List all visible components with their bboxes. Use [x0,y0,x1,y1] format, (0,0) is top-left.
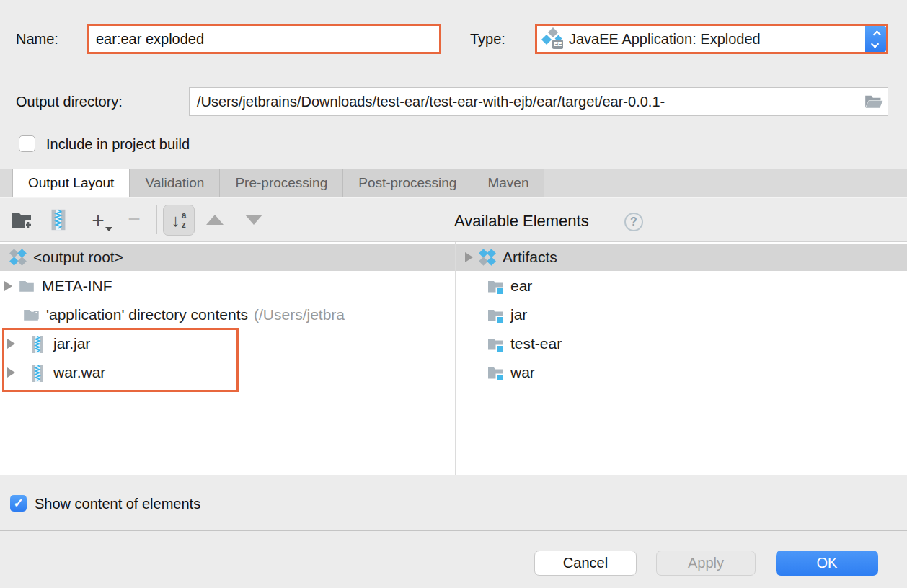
folder-contents-icon [22,306,40,324]
open-folder-icon[interactable] [864,92,883,111]
artifact-icon [9,249,27,266]
name-input[interactable]: ear:ear exploded [87,24,441,54]
show-content-label: Show content of elements [35,496,200,512]
tree-row-application-contents[interactable]: 'application' directory contents (/Users… [0,301,455,329]
archive-icon [30,364,47,381]
tree-row-label: jar [510,306,527,324]
tree-row-test-ear[interactable]: test-ear [456,330,907,357]
type-selected-value: JavaEE Application: Exploded [569,31,859,48]
move-up-icon[interactable] [206,215,224,225]
add-icon[interactable]: + [85,208,111,233]
module-folder-icon [487,364,504,381]
tree-row-label: ear [510,277,532,295]
tab-validation[interactable]: Validation [130,169,220,197]
tab-bar: Output Layout Validation Pre-processing … [0,169,907,197]
layout-trees-panel: <output root> META-INF 'application' dir… [0,242,907,475]
cancel-button[interactable]: Cancel [534,551,637,576]
add-directory-icon[interactable] [10,210,35,231]
tree-row-output-root[interactable]: <output root> [0,244,455,271]
type-label: Type: [470,31,505,48]
name-label: Name: [16,31,58,48]
tab-maven[interactable]: Maven [472,169,544,197]
chevron-up-icon [872,30,880,38]
output-directory-input[interactable]: /Users/jetbrains/Downloads/test-ear/test… [189,87,888,116]
panel-divider[interactable] [455,242,456,475]
module-folder-icon [487,306,504,324]
include-in-build-checkbox[interactable] [19,135,35,152]
include-in-build-label: Include in project build [46,136,190,153]
javaee-artifact-icon: EE [543,29,563,49]
archive-icon [30,335,47,352]
tab-filler [544,169,907,197]
tree-row-label: war.war [53,364,105,381]
output-directory-value: /Users/jetbrains/Downloads/test-ear/test… [190,94,864,110]
check-icon: ✓ [13,496,23,511]
sort-alphabetically-icon[interactable]: ↓ a z [163,205,195,236]
move-down-icon[interactable] [245,215,262,225]
module-folder-icon [487,335,504,352]
tree-row-label: Artifacts [503,249,557,266]
tree-row-ear[interactable]: ear [456,272,907,300]
chevron-down-icon [870,40,878,48]
tree-row-jar[interactable]: jar [456,301,907,329]
apply-button[interactable]: Apply [656,551,756,576]
folder-icon [18,277,35,295]
tree-row-label: war [510,364,535,381]
help-icon[interactable]: ? [624,213,643,231]
module-folder-icon [487,277,504,295]
show-content-checkbox[interactable]: ✓ [10,495,27,512]
tree-row-meta-inf[interactable]: META-INF [0,272,455,300]
tree-row-label: jar.jar [53,335,90,352]
remove-icon[interactable]: − [123,207,146,231]
expand-chevron-icon[interactable] [7,368,15,378]
footer-separator [0,530,907,531]
expand-chevron-icon[interactable] [465,252,473,262]
expand-chevron-icon[interactable] [7,339,15,349]
tab-post-processing[interactable]: Post-processing [343,169,472,197]
add-archive-icon[interactable] [49,208,68,231]
ok-button[interactable]: OK [776,551,878,576]
layout-toolbar: + − ↓ a z [0,198,907,242]
toolbar-separator [156,205,157,234]
tree-row-war[interactable]: war [456,359,907,386]
tree-row-war-war[interactable]: war.war [0,359,455,386]
tree-row-label: test-ear [510,335,562,352]
tab-output-layout[interactable]: Output Layout [12,169,130,197]
tree-row-artifacts[interactable]: Artifacts [456,244,907,271]
output-directory-label: Output directory: [16,94,123,110]
caret-down-icon [105,227,112,231]
type-spinner-button[interactable] [865,26,886,52]
type-dropdown[interactable]: EE JavaEE Application: Exploded [535,24,888,54]
artifacts-icon [479,249,496,266]
tree-row-label: META-INF [42,277,112,295]
tree-row-label: 'application' directory contents [46,306,248,324]
footer-bar: ✓ Show content of elements ... [0,475,907,530]
available-elements-title: Available Elements [454,212,589,231]
tree-row-path-note: (/Users/jetbra [254,306,345,324]
tab-pre-processing[interactable]: Pre-processing [220,169,343,197]
tree-row-label: <output root> [33,249,123,266]
tree-row-jar-jar[interactable]: jar.jar [0,330,455,357]
expand-chevron-icon[interactable] [4,281,12,291]
